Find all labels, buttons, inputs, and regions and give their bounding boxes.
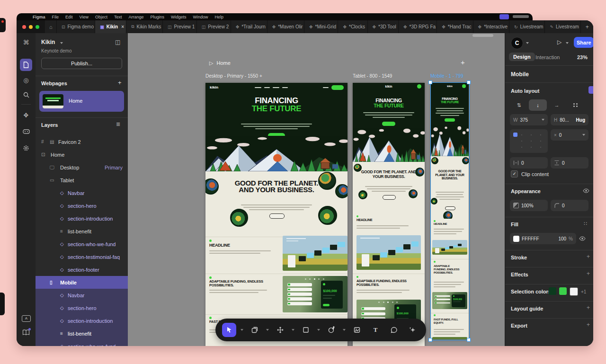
page-item-home[interactable]: Home <box>39 91 124 112</box>
frame-label-tablet[interactable]: Tablet - 800 - 1549 <box>353 73 392 79</box>
zoom-window-button[interactable] <box>36 25 39 29</box>
chevron-down-icon[interactable] <box>60 42 63 44</box>
layer-row-navbar[interactable]: ◇ Navbar <box>36 186 128 199</box>
ai-box-icon[interactable]: A <box>22 315 31 322</box>
layer-row-section-introduction[interactable]: ◇ section-introduction <box>36 314 128 327</box>
home-tab[interactable]: ⌂ <box>45 20 57 33</box>
layer-row-favicon[interactable]: # ▤ Favicon 2 <box>36 135 128 148</box>
height-input[interactable]: H80... Hug <box>551 114 588 125</box>
record-icon[interactable]: ◎ <box>17 77 36 84</box>
layout-grid-button[interactable] <box>567 99 585 111</box>
file-tab[interactable]: ⧉Kikin Marks <box>126 20 163 33</box>
design-canvas[interactable]: ▷Home + Desktop - Primary - 1550 + Table… <box>128 33 505 346</box>
selection-color-swatch[interactable] <box>549 287 556 295</box>
avatar[interactable]: C <box>511 37 523 49</box>
fill-swatch[interactable] <box>513 236 519 242</box>
selection-color-swatch[interactable] <box>559 287 567 295</box>
tool-dropdown-caret[interactable] <box>317 329 320 331</box>
chevron-down-icon[interactable] <box>582 134 585 136</box>
selection-handle-nw[interactable] <box>428 80 432 84</box>
hscrollbar-thumb[interactable] <box>472 34 493 37</box>
settings-gear-icon[interactable] <box>17 145 36 153</box>
file-name[interactable]: Kikin <box>41 39 55 45</box>
clip-content-row[interactable]: ✓ Clip content <box>511 170 549 178</box>
selection-color-swatch[interactable] <box>570 287 578 296</box>
selection-colors-more[interactable]: +1 <box>581 289 586 294</box>
add-effect-button[interactable]: + <box>587 270 590 277</box>
layer-row-tablet[interactable]: ▭ Tablet <box>36 174 128 186</box>
library-book-icon[interactable] <box>17 329 36 337</box>
fill-row[interactable]: FFFFFF 100 % <box>510 233 576 244</box>
file-tab[interactable]: ✥*Hand Trac <box>437 20 473 33</box>
layer-row-section-hero[interactable]: ◇ section-hero <box>36 199 128 212</box>
menubar-item[interactable]: Arrange <box>128 15 143 19</box>
actions-icon[interactable]: ⌘ <box>17 39 36 46</box>
present-play-icon[interactable]: ▷ <box>557 39 561 45</box>
shape-tool[interactable] <box>299 323 313 337</box>
menubar-item[interactable]: Edit <box>65 15 73 19</box>
width-input[interactable]: W375 <box>510 114 548 125</box>
tool-dropdown-caret[interactable] <box>343 329 346 331</box>
desktop-frame[interactable]: kikin FINANCING THE FUTURE GOOD FOR THE … <box>205 83 348 346</box>
layer-row-list-benefit[interactable]: ≡ list-benefit <box>36 225 128 238</box>
tab-design[interactable]: Design <box>509 53 535 61</box>
file-tab-active[interactable]: ▣Kikin× <box>95 20 126 33</box>
text-tool[interactable]: T <box>368 323 383 337</box>
opacity-input[interactable]: 100% <box>510 200 548 211</box>
file-tab[interactable]: ✥*3D Tool <box>368 20 399 33</box>
vector-icon[interactable]: ✥ <box>17 112 36 119</box>
file-tab[interactable]: ◫Preview 2 <box>197 20 231 33</box>
file-tab[interactable]: ✥*Mini-Grid <box>304 20 338 33</box>
layer-row-section-testimonial-faq[interactable]: ◇ section-testimonial-faq <box>36 250 128 263</box>
layer-row-section-footer[interactable]: ◇ section-footer <box>36 263 128 276</box>
connector-tool[interactable] <box>273 323 287 337</box>
menubar-item[interactable]: Widgets <box>171 15 187 19</box>
padding-horizontal-input[interactable]: 0 <box>510 157 548 169</box>
gap-input[interactable]: ×0 <box>551 129 588 141</box>
new-tab-button[interactable]: + <box>581 20 593 33</box>
eye-icon[interactable] <box>579 236 586 241</box>
tablet-frame[interactable]: kikin FINANCING THE FUTURE GOOD FOR THE … <box>353 83 425 346</box>
menubar-item[interactable]: Plugins <box>150 15 164 19</box>
layer-row-mobile-selected[interactable]: ▯ Mobile <box>36 276 128 289</box>
pen-tool[interactable] <box>324 323 339 337</box>
chevron-down-icon[interactable] <box>542 119 544 121</box>
chevron-down-icon[interactable] <box>526 42 529 44</box>
layer-row-home[interactable]: ⊡ Home <box>36 148 128 161</box>
zoom-level[interactable]: 23% <box>577 54 588 60</box>
file-tab[interactable]: ✎Livestream <box>545 20 580 33</box>
auto-layout-ai-icon[interactable] <box>588 86 593 94</box>
frame-label-mobile[interactable]: Mobile - 1 - 799 <box>430 73 463 79</box>
layer-row-section-hero[interactable]: ◇ section-hero <box>36 302 128 314</box>
selection-handle-se[interactable] <box>467 338 471 342</box>
menubar-item[interactable]: Help <box>215 15 224 19</box>
padding-vertical-input[interactable]: 0 <box>551 157 588 169</box>
share-button[interactable]: Share <box>574 37 593 48</box>
styles-icon[interactable]: ∷ <box>584 221 587 227</box>
layout-horizontal-button[interactable]: → <box>548 99 566 111</box>
layout-vertical-button[interactable]: ↓ <box>529 99 547 111</box>
add-export-button[interactable]: + <box>587 321 590 328</box>
layout-wrap-button[interactable]: ⇅ <box>510 99 528 111</box>
panel-toggle-icon[interactable]: ◫ <box>115 39 120 45</box>
menubar-item[interactable]: View <box>80 15 89 19</box>
page-section-header[interactable]: ▷Home <box>209 60 231 66</box>
menubar-status-icon[interactable] <box>499 14 509 19</box>
corner-radius-input[interactable]: 0 <box>551 200 588 211</box>
file-tab[interactable]: ↻Livestream <box>509 20 545 33</box>
ai-sparkle-tool[interactable] <box>405 323 419 337</box>
add-breakpoint-button[interactable]: + <box>461 58 465 66</box>
menubar-item[interactable]: File <box>52 15 59 19</box>
menubar-item[interactable]: Text <box>114 15 122 19</box>
file-tab[interactable]: ⊡Figma demo <box>57 20 95 33</box>
search-icon[interactable] <box>17 92 36 99</box>
pages-panel-button[interactable] <box>20 59 32 71</box>
play-icon[interactable]: ▷ <box>209 60 213 66</box>
file-tab[interactable]: ✥*Maven Olir <box>267 20 304 33</box>
file-tab[interactable]: ✥*Interactive <box>473 20 509 33</box>
tool-dropdown-caret[interactable] <box>292 329 294 331</box>
hug-tag[interactable]: Hug <box>576 117 585 123</box>
chevron-down-icon[interactable] <box>566 42 569 44</box>
minimize-window-button[interactable] <box>29 25 33 29</box>
image-tool[interactable] <box>350 323 364 337</box>
